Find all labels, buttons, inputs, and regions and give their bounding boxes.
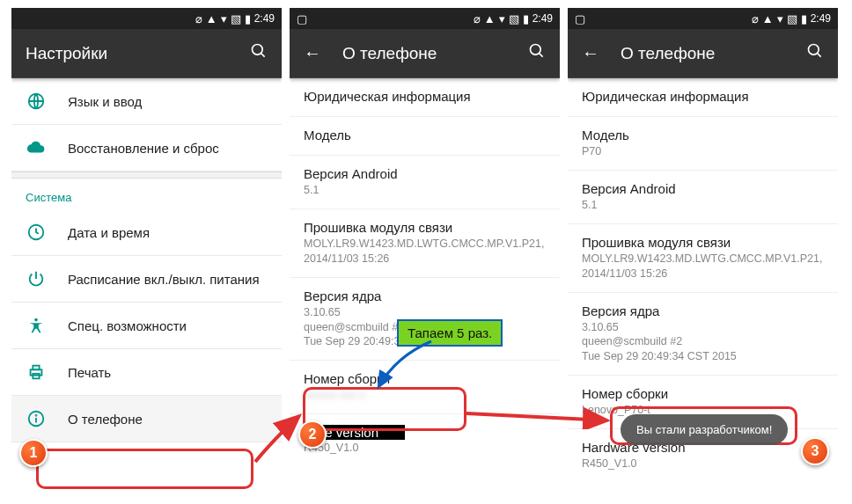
item-print[interactable]: Печать [11,349,282,396]
item-label: Расписание вкл./выкл. питания [68,272,260,287]
svg-point-11 [531,45,541,55]
callout-tap-5: Тапаем 5 раз. [397,319,503,347]
battery-icon: ▮ [801,13,807,25]
search-icon[interactable] [250,42,268,64]
svg-point-4 [34,318,38,322]
item-model[interactable]: Модель [290,116,560,155]
no-sim-icon: ▧ [509,13,519,25]
item-legal[interactable]: Юридическая информация [568,78,838,116]
info-title: Модель [304,128,546,142]
cloud-icon [26,137,47,158]
app-bar: ← О телефоне [568,29,838,78]
item-build-number[interactable]: Номер сборки xxxxxx xxx x [290,360,560,413]
step-badge-2: 2 [298,420,327,449]
svg-point-0 [253,45,263,55]
item-label: О телефоне [68,412,143,427]
item-power-schedule[interactable]: Расписание вкл./выкл. питания [11,256,282,303]
info-value: 5.1 [582,198,824,213]
item-label: Дата и время [68,225,150,240]
power-icon [26,268,47,289]
status-bar: ▢ ⌀ ▲ ▾ ▧ ▮ 2:49 [568,8,838,29]
info-title: Версия Android [304,166,546,181]
back-icon[interactable]: ← [304,43,321,63]
screen-1: ⌀ ▲ ▾ ▧ ▮ 2:49 Настройки Язык и ввод [11,8,282,496]
recent-icon: ▢ [297,13,307,25]
info-value: xxxxxx xxx x [304,388,546,403]
svg-line-14 [818,54,821,57]
info-value: MOLY.LR9.W1423.MD.LWTG.CMCC.MP.V1.P21, 2… [582,252,824,281]
item-model[interactable]: Модель P70 [568,116,838,170]
vibrate-icon: ⌀ [195,13,202,25]
app-bar: ← О телефоне [290,29,560,78]
info-value: 5.1 [304,183,546,198]
info-title: Модель [582,128,824,142]
item-android-version[interactable]: Версия Android 5.1 [290,155,560,208]
status-time: 2:49 [254,12,275,25]
item-kernel[interactable]: Версия ядра 3.10.65 queen@scmbuild #2 Tu… [568,292,838,376]
info-title: Прошивка модуля связи [582,235,824,250]
info-title: Версия ядра [304,289,546,303]
info-icon [26,408,47,429]
item-hardware[interactable]: ware version R450_V1.0 [290,413,560,466]
settings-list: Язык и ввод Восстановление и сброс Систе… [11,78,282,496]
no-sim-icon: ▧ [787,13,797,25]
item-baseband[interactable]: Прошивка модуля связи MOLY.LR9.W1423.MD.… [568,223,838,292]
item-label: Восстановление и сброс [68,141,219,156]
item-language[interactable]: Язык и ввод [11,78,282,125]
status-time: 2:49 [811,12,831,25]
wifi-icon: ▾ [499,13,505,25]
globe-icon [26,91,47,112]
screen-2: ▢ ⌀ ▲ ▾ ▧ ▮ 2:49 ← О телефоне Юридическа… [290,8,560,496]
app-bar: Настройки [11,29,282,78]
item-accessibility[interactable]: Спец. возможности [11,303,282,349]
item-about-phone[interactable]: О телефоне [11,396,282,442]
battery-icon: ▮ [523,13,529,25]
back-icon[interactable]: ← [582,43,599,63]
search-icon[interactable] [806,42,824,64]
info-title: Юридическая информация [582,89,824,104]
svg-rect-6 [33,366,39,370]
page-title: О телефоне [621,44,785,63]
item-backup-reset[interactable]: Восстановление и сброс [11,125,282,172]
item-kernel[interactable]: Версия ядра 3.10.65 queen@scmbuild #2 Tu… [290,277,560,361]
item-legal[interactable]: Юридическая информация [290,78,560,116]
vibrate-icon: ⌀ [752,13,759,25]
item-label: Язык и ввод [68,94,142,109]
item-label: Печать [68,365,111,380]
info-title: Версия ядра [582,303,824,318]
info-title: Номер сборки [582,386,824,401]
page-title: О телефоне [342,44,507,63]
page-title: Настройки [26,44,229,63]
wifi-icon: ▾ [777,13,783,25]
step-badge-1: 1 [19,439,48,467]
status-time: 2:49 [532,12,553,25]
section-system: Система [11,179,282,209]
info-value: MOLY.LR9.W1423.MD.LWTG.CMCC.MP.V1.P21, 2… [304,237,546,267]
item-date-time[interactable]: Дата и время [11,209,282,256]
info-title: Версия Android [582,181,824,196]
item-label: Спец. возможности [68,318,187,333]
svg-rect-7 [33,374,39,379]
info-value: R450_V1.0 [304,441,546,456]
print-icon [26,362,47,383]
svg-point-10 [36,415,37,416]
step-badge-3: 3 [801,437,829,465]
info-title: Прошивка модуля связи [304,220,546,235]
vibrate-icon: ⌀ [474,13,481,25]
about-list: Юридическая информация Модель Версия And… [290,78,560,496]
recent-icon: ▢ [575,13,585,25]
developer-toast: Вы стали разработчиком! [621,414,788,445]
item-android-version[interactable]: Версия Android 5.1 [568,170,838,223]
status-bar: ▢ ⌀ ▲ ▾ ▧ ▮ 2:49 [290,8,560,29]
info-value: R450_V1.0 [582,457,824,471]
no-sim-icon: ▧ [231,13,241,25]
wifi-icon: ▾ [221,13,227,25]
svg-line-1 [261,54,265,57]
svg-line-12 [540,54,543,57]
info-value: P70 [582,144,824,159]
signal-icon: ▲ [762,13,774,25]
signal-icon: ▲ [484,13,496,25]
info-title: Юридическая информация [304,89,546,104]
item-baseband[interactable]: Прошивка модуля связи MOLY.LR9.W1423.MD.… [290,208,560,277]
search-icon[interactable] [528,42,546,64]
